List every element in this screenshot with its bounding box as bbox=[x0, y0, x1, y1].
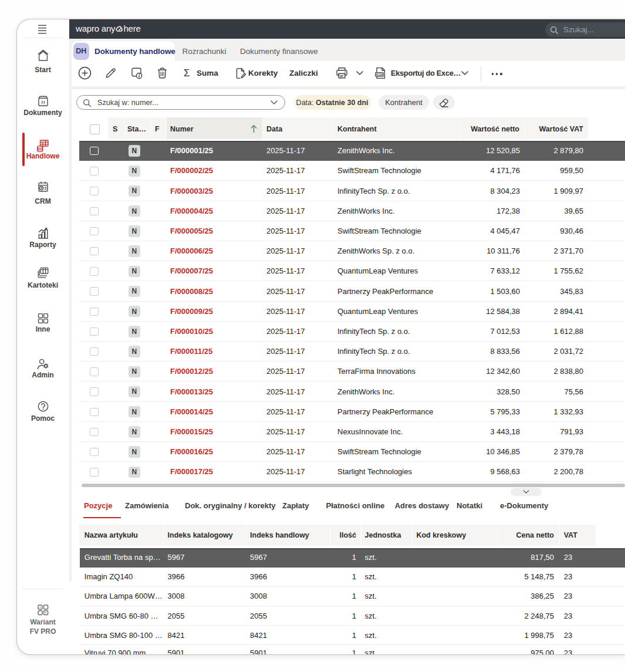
svg-text:XLSX: XLSX bbox=[376, 73, 383, 76]
